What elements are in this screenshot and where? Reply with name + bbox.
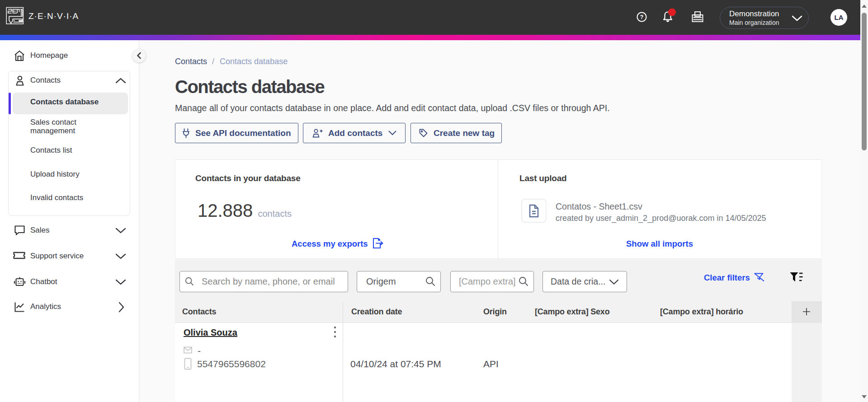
svg-text:?: ?: [640, 14, 644, 20]
